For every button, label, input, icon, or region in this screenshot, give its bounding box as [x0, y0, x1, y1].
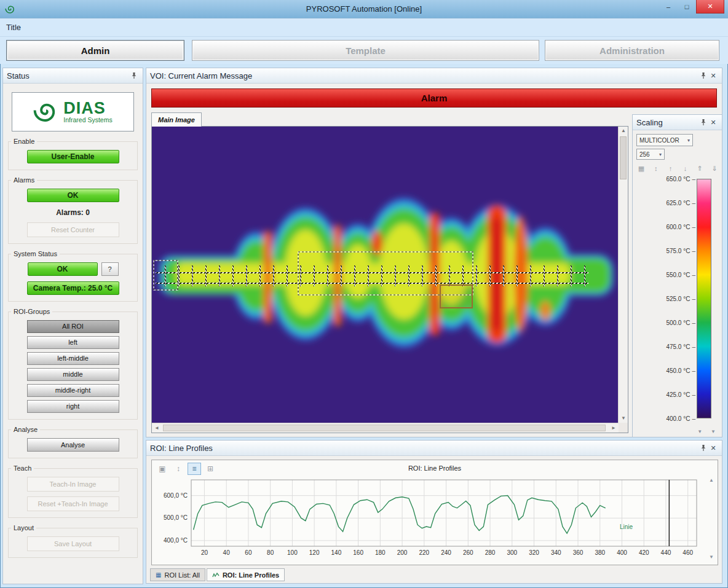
scale-tick: 575.0 °C– — [666, 246, 695, 255]
copy-icon[interactable]: ⊞ — [204, 463, 217, 475]
vertical-scroll-thumb[interactable] — [620, 136, 627, 179]
x-tick-label: 40 — [223, 549, 231, 556]
analyse-group-label: Analyse — [11, 426, 40, 433]
pin-icon[interactable] — [698, 71, 708, 80]
line-profiles-chart-box: ▣ ↕ ≡ ⊞ ROI: Line Profiles 2040608010012… — [151, 460, 718, 565]
window-titlebar[interactable]: PYROSOFT Automation [Online] – □ ✕ — [0, 0, 728, 18]
analyse-button[interactable]: Analyse — [27, 438, 119, 452]
legend-label: Linie — [620, 523, 633, 530]
reset-counter-button[interactable]: Reset Counter — [27, 222, 119, 237]
minimize-button[interactable]: – — [659, 0, 678, 14]
x-tick-label: 380 — [595, 549, 605, 556]
horizontal-scroll-thumb[interactable] — [163, 425, 606, 431]
plot-area[interactable] — [191, 480, 697, 546]
levels-select[interactable]: 256 ▾ — [636, 149, 665, 160]
roi-cell-strip — [156, 265, 588, 286]
profiles-panel-header[interactable]: ROI: Line Profiles ✕ — [146, 441, 722, 456]
pin-icon[interactable] — [698, 443, 708, 453]
export-icon[interactable]: ▣ — [156, 463, 169, 475]
alarms-group: Alarms OK Alarms: 0 Reset Counter — [8, 180, 138, 244]
analyse-group: Analyse Analyse — [8, 429, 138, 458]
layout-group-label: Layout — [11, 524, 36, 531]
main-image-tab[interactable]: Main Image — [151, 112, 202, 127]
scaling-toolbar: ▦ ↕ ↑ ↓ ⇑ ⇓ — [636, 163, 720, 173]
horizontal-scrollbar[interactable]: ◄ ► — [152, 423, 619, 433]
tab-administration[interactable]: Administration — [545, 40, 719, 61]
maximize-button[interactable]: □ — [678, 0, 696, 14]
chart-scroll-down-icon[interactable]: ▼ — [709, 554, 714, 560]
tab-roi-list[interactable]: ▦ ROI List: All — [150, 568, 205, 581]
scale-up-icon[interactable]: ↑ — [665, 163, 676, 173]
x-tick-label: 80 — [267, 549, 274, 556]
scroll-right-icon[interactable]: ► — [609, 423, 619, 433]
tab-template[interactable]: Template — [192, 40, 539, 61]
line-profiles-chart[interactable]: 2040608010012014016018020022024026028030… — [156, 475, 702, 562]
scaling-panel: Scaling ✕ MULTICOLOR ▾ 256 ▾ ▦ ↕ ↑ ↓ ⇑ ⇓… — [632, 114, 722, 437]
roi-button-middle-right[interactable]: middle-right — [27, 384, 119, 397]
chart-scroll-up-icon[interactable]: ▲ — [709, 477, 714, 483]
scale-down-icon[interactable]: ↓ — [679, 163, 690, 173]
palette-select[interactable]: MULTICOLOR ▾ — [636, 134, 693, 146]
scale-updown-icon[interactable]: ↕ — [651, 163, 662, 173]
close-icon[interactable]: ✕ — [708, 443, 718, 453]
chevron-down-icon: ▾ — [659, 152, 662, 157]
color-scale-ticks: 650.0 °C–625.0 °C–600.0 °C–575.0 °C–550.… — [633, 179, 695, 418]
logo-subtitle: Infrared Systems — [63, 116, 112, 123]
camera-temp-button[interactable]: Camera Temp.: 25.0 °C — [27, 281, 119, 295]
help-button[interactable]: ? — [101, 262, 119, 276]
close-button[interactable]: ✕ — [696, 0, 724, 14]
reset-teach-button[interactable]: Reset +Teach-In Image — [27, 496, 119, 511]
scroll-left-icon[interactable]: ◄ — [152, 423, 162, 433]
scroll-up-icon[interactable]: ▲ — [619, 127, 628, 135]
pin-icon[interactable] — [698, 117, 708, 127]
scale-tick: 425.0 °C– — [666, 390, 695, 399]
vertical-scrollbar[interactable]: ▲ ▼ — [618, 127, 628, 423]
logo-brand: DIAS — [63, 100, 112, 116]
thermal-image[interactable] — [152, 127, 619, 423]
system-ok-button[interactable]: OK — [28, 262, 98, 276]
alarms-count: Alarms: 0 — [14, 208, 132, 217]
scroll-down-icon[interactable]: ▼ — [619, 414, 628, 423]
scaling-panel-header[interactable]: Scaling ✕ — [633, 115, 722, 130]
teach-group-label: Teach — [11, 465, 34, 472]
teach-in-button[interactable]: Teach-In Image — [27, 477, 119, 492]
y-tick-label: 500,0 °C — [164, 514, 188, 521]
alarms-ok-button[interactable]: OK — [27, 189, 119, 202]
tab-roi-line-profiles[interactable]: ROI: Line Profiles — [207, 568, 285, 581]
app-logo-icon — [5, 4, 16, 15]
roi-button-left[interactable]: left — [27, 336, 119, 349]
roi-button-right[interactable]: right — [27, 400, 119, 413]
voi-panel-header[interactable]: VOI: Current Alarm Message ✕ — [146, 68, 722, 84]
pin-icon[interactable] — [129, 71, 139, 80]
scale-scroll-down-icon[interactable]: ▼ — [711, 429, 716, 434]
scale-tick: 550.0 °C– — [666, 270, 695, 279]
roi-button-all[interactable]: All ROI — [27, 320, 119, 333]
roi-button-left-middle[interactable]: left-middle — [27, 352, 119, 365]
scale-scroll-down-icon[interactable]: ▼ — [697, 429, 702, 434]
x-tick-label: 440 — [661, 549, 671, 556]
save-layout-button[interactable]: Save Layout — [27, 536, 119, 551]
main-image-viewport[interactable]: ▲ ▼ ◄ ► — [151, 126, 628, 433]
tab-admin[interactable]: Admin — [6, 40, 184, 61]
roi-button-middle[interactable]: middle — [27, 368, 119, 381]
status-panel-header[interactable]: Status — [3, 68, 143, 84]
x-tick-label: 300 — [507, 549, 517, 556]
x-tick-label: 340 — [551, 549, 561, 556]
scale-tick: 600.0 °C– — [666, 222, 695, 231]
x-tick-label: 200 — [397, 549, 408, 556]
scale-min-icon[interactable]: ⇓ — [709, 163, 720, 173]
profiles-panel: ROI: Line Profiles ✕ ▣ ↕ ≡ ⊞ ROI: Line P… — [146, 440, 722, 584]
scale-max-icon[interactable]: ⇑ — [694, 163, 705, 173]
sort-icon[interactable]: ↕ — [172, 463, 185, 475]
title-strip: Title — [0, 18, 728, 37]
close-icon[interactable]: ✕ — [708, 71, 718, 80]
user-enable-button[interactable]: User-Enable — [27, 150, 119, 163]
enable-group: Enable User-Enable — [8, 141, 138, 170]
x-tick-label: 180 — [375, 549, 386, 556]
palette-icon[interactable]: ▦ — [636, 163, 647, 173]
x-tick-label: 100 — [287, 549, 298, 556]
profiles-tab-strip: ▦ ROI List: All ROI: Line Profiles — [150, 568, 285, 581]
system-status-label: System Status — [11, 250, 60, 257]
list-icon[interactable]: ≡ — [188, 463, 201, 475]
close-icon[interactable]: ✕ — [708, 117, 718, 127]
